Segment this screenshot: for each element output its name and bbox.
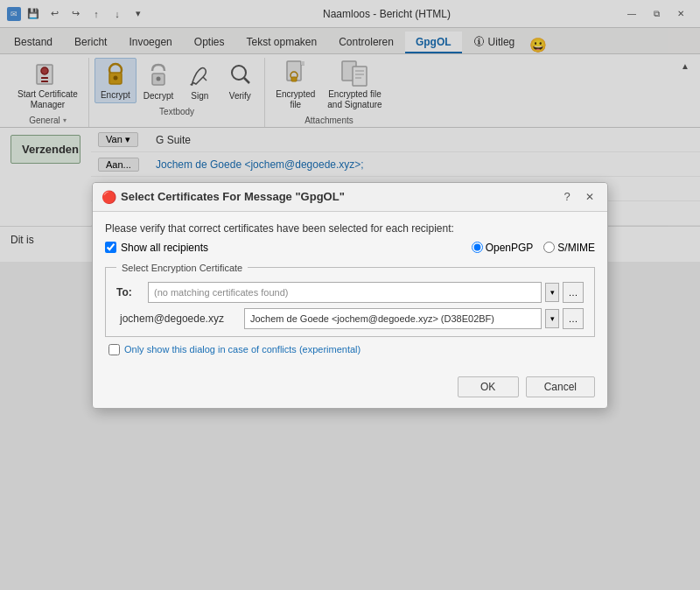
email-cert-display: Jochem de Goede <jochem@degoede.xyz> (D3… [244,308,542,329]
to-label: To: [116,286,143,299]
show-all-label[interactable]: Show all recipients [105,242,208,254]
email-cert-select-row: Jochem de Goede <jochem@degoede.xyz> (D3… [244,308,584,329]
dialog-title: Select Certificates For Message "GpgOL" [121,190,553,203]
dialog-row1: Show all recipients OpenPGP S/MIME [105,242,595,254]
dialog-body: Please verify that correct certificates … [93,212,607,369]
dialog-titlebar: 🔴 Select Certificates For Message "GpgOL… [93,183,607,212]
certificate-dialog: 🔴 Select Certificates For Message "GpgOL… [92,182,608,409]
to-cert-dropdown-btn[interactable]: ▾ [545,283,559,302]
smime-radio-label[interactable]: S/MIME [543,242,595,254]
conflict-checkbox[interactable] [108,344,120,355]
openpgp-label: OpenPGP [486,242,534,254]
dialog-overlay: 🔴 Select Certificates For Message "GpgOL… [0,0,700,590]
to-recipient-row: To: (no matching certificates found) ▾ … [116,282,584,303]
to-cert-browse-btn[interactable]: … [563,282,584,303]
to-dropdown-wrapper: (no matching certificates found) ▾ … [148,282,584,303]
dialog-description: Please verify that correct certificates … [105,222,595,235]
dialog-help-button[interactable]: ? [558,188,576,206]
openpgp-radio[interactable] [472,242,483,253]
enc-group-legend: Select Encryption Certificate [116,263,248,273]
email-cert-dropdown-btn[interactable]: ▾ [545,309,559,328]
conflict-label: Only show this dialog in case of conflic… [124,344,360,355]
cancel-button[interactable]: Cancel [526,376,595,397]
smime-label: S/MIME [557,242,595,254]
show-all-text: Show all recipients [121,242,208,254]
smime-radio[interactable] [543,242,555,253]
ok-button[interactable]: OK [458,376,519,397]
to-cert-display: (no matching certificates found) [148,282,542,303]
to-cert-select-row: (no matching certificates found) ▾ … [148,282,584,303]
dialog-close-button[interactable]: ✕ [581,188,598,206]
email-cert-browse-btn[interactable]: … [563,308,584,329]
protocol-radio-group: OpenPGP S/MIME [472,242,595,254]
email-dropdown-wrapper: Jochem de Goede <jochem@degoede.xyz> (D3… [244,308,584,329]
show-all-checkbox[interactable] [105,242,116,253]
encryption-certificate-group: Select Encryption Certificate To: (no ma… [105,263,595,337]
dialog-gpgol-icon: 🔴 [102,190,116,204]
dialog-footer: OK Cancel [93,369,607,408]
openpgp-radio-label[interactable]: OpenPGP [472,242,534,254]
email-address: jochem@degoede.xyz [116,313,239,325]
email-cert-row: jochem@degoede.xyz Jochem de Goede <joch… [116,308,584,329]
conflict-checkbox-row: Only show this dialog in case of conflic… [108,344,595,355]
